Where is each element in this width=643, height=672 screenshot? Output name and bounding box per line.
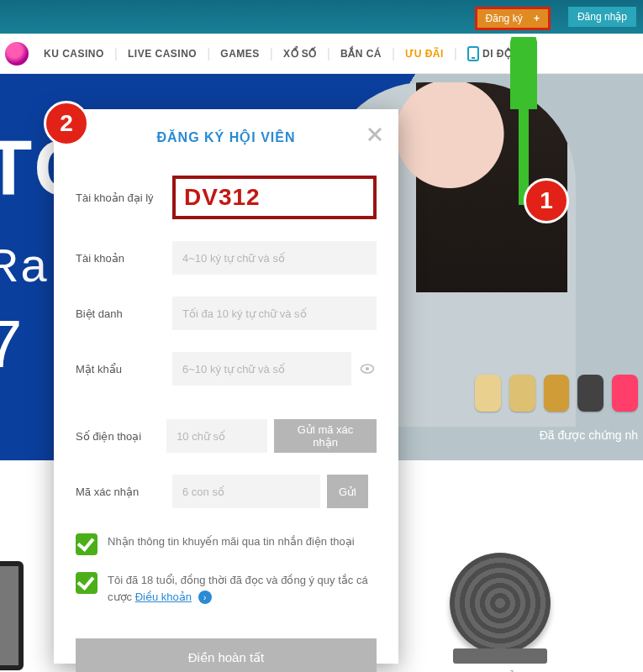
modal-title: ĐĂNG KÝ HỘI VIÊN [76, 129, 377, 145]
send-code-button[interactable]: Gửi mã xác nhận [274, 419, 377, 453]
annotation-badge-2: 2 [44, 101, 89, 146]
nickname-row: Biệt danh [76, 297, 377, 330]
promo-tile[interactable] [544, 375, 570, 412]
send-button[interactable]: Gửi [327, 475, 368, 508]
code-input[interactable] [172, 475, 320, 508]
submit-button[interactable]: Điền hoàn tất [76, 638, 377, 672]
nav-item-games[interactable]: GAMES [210, 48, 270, 60]
toggle-password-icon[interactable] [358, 360, 377, 378]
film-reel-icon[interactable] [450, 553, 551, 654]
promo-tile[interactable] [612, 375, 638, 412]
phone-label: Số điện thoại [76, 430, 166, 443]
promo-checkbox[interactable] [76, 533, 98, 555]
nickname-input[interactable] [172, 297, 377, 330]
password-row: Mật khẩu [76, 352, 377, 386]
checkboxes: Nhận thông tin khuyến mãi qua tin nhắn đ… [76, 533, 377, 605]
phone-input[interactable] [166, 419, 267, 453]
nav-item-lottery[interactable]: XỔ SỐ [273, 48, 327, 60]
promo-checkbox-row: Nhận thông tin khuyến mãi qua tin nhắn đ… [76, 533, 377, 555]
code-row: Mã xác nhận Gửi [76, 475, 377, 508]
nav-item-livecasino[interactable]: LIVE CASINO [118, 48, 207, 60]
plus-icon: + [534, 13, 540, 24]
terms-checkbox-row: Tôi đã 18 tuổi, đồng thời đã đọc và đồng… [76, 572, 377, 605]
terms-link[interactable]: Điều khoản [135, 591, 192, 603]
nav-item-mobile[interactable]: DI ĐỘNG [457, 46, 539, 61]
svg-point-2 [366, 367, 369, 370]
promo-strip [475, 368, 643, 418]
mobile-icon [467, 46, 479, 61]
nav-item-fish[interactable]: BẮN CÁ [330, 48, 392, 60]
promo-tile[interactable] [577, 375, 603, 412]
password-label: Mật khẩu [76, 363, 172, 375]
login-label: Đăng nhập [577, 11, 627, 23]
register-button[interactable]: Đăng ký + [475, 7, 551, 30]
nav-item-kucasino[interactable]: KU CASINO [34, 48, 114, 60]
promo-checkbox-label: Nhận thông tin khuyến mãi qua tin nhắn đ… [108, 533, 355, 550]
account-label: Tài khoản [76, 252, 172, 265]
terms-checkbox[interactable] [76, 572, 98, 594]
top-bar: Đăng ký + Đăng nhập [0, 0, 643, 34]
terms-checkbox-label: Tôi đã 18 tuổi, đồng thời đã đọc và đồng… [108, 572, 377, 605]
close-button[interactable] [365, 124, 385, 148]
register-modal: ĐĂNG KÝ HỘI VIÊN Tài khoản đại lý DV312 … [54, 109, 398, 664]
nav-item-mobile-label: DI ĐỘNG [482, 48, 529, 60]
login-button[interactable]: Đăng nhập [568, 7, 636, 27]
password-input[interactable] [172, 352, 351, 386]
nickname-label: Biệt danh [76, 307, 172, 320]
terms-arrow-icon: › [198, 591, 212, 604]
account-row: Tài khoản [76, 241, 377, 275]
close-icon [365, 124, 385, 144]
main-nav: KU CASINO | LIVE CASINO | GAMES | XỔ SỐ … [0, 34, 643, 74]
register-label: Đăng ký [486, 13, 523, 24]
account-input[interactable] [172, 241, 377, 275]
nav-item-promo[interactable]: ƯU ĐÃI [395, 48, 454, 60]
phone-row: Số điện thoại Gửi mã xác nhận [76, 419, 377, 453]
promo-tile[interactable] [509, 375, 535, 412]
media-thumb[interactable] [0, 561, 24, 670]
promo-tile[interactable] [475, 375, 501, 412]
verified-text: Đã được chứng nh [540, 428, 638, 442]
brand-logo-icon[interactable] [5, 42, 29, 66]
agent-row: Tài khoản đại lý DV312 [76, 176, 377, 219]
annotation-badge-1: 1 [524, 178, 569, 223]
code-label: Mã xác nhận [76, 486, 172, 498]
agent-value: DV312 [172, 176, 377, 219]
agent-label: Tài khoản đại lý [76, 192, 172, 204]
